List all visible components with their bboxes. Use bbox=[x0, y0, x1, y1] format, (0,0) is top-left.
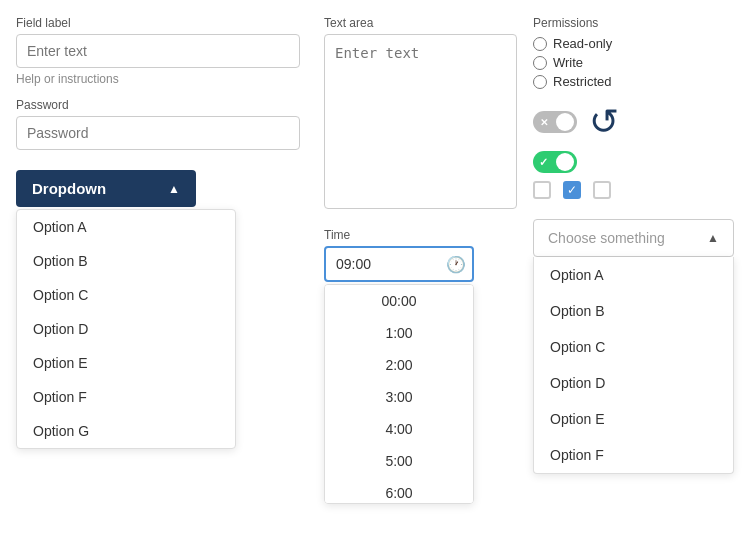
help-text: Help or instructions bbox=[16, 72, 300, 86]
time-dropdown: 00:00 1:00 2:00 3:00 4:00 5:00 6:00 bbox=[324, 284, 474, 504]
choose-dropdown-list: Option A Option B Option C Option D Opti… bbox=[533, 257, 734, 474]
radio-write-label: Write bbox=[553, 55, 583, 70]
time-option[interactable]: 2:00 bbox=[325, 349, 473, 381]
dropdown-button[interactable]: Dropdown ▲ bbox=[16, 170, 196, 207]
list-item[interactable]: Option C bbox=[17, 278, 235, 312]
radio-readonly-input[interactable] bbox=[533, 37, 547, 51]
list-item[interactable]: Option B bbox=[17, 244, 235, 278]
field-text-input[interactable] bbox=[16, 34, 300, 68]
time-input[interactable] bbox=[324, 246, 474, 282]
choose-dropdown-button[interactable]: Choose something ▲ bbox=[533, 219, 734, 257]
time-option[interactable]: 5:00 bbox=[325, 445, 473, 477]
password-input[interactable] bbox=[16, 116, 300, 150]
permissions-title: Permissions bbox=[533, 16, 734, 30]
list-item[interactable]: Option E bbox=[17, 346, 235, 380]
radio-restricted-label: Restricted bbox=[553, 74, 612, 89]
list-item[interactable]: Option F bbox=[17, 380, 235, 414]
toggle-on[interactable]: ✓ bbox=[533, 151, 577, 173]
time-label: Time bbox=[324, 228, 517, 242]
text-area-input[interactable] bbox=[324, 34, 517, 209]
radio-write[interactable]: Write bbox=[533, 55, 734, 70]
toggle-knob bbox=[556, 153, 574, 171]
choose-placeholder: Choose something bbox=[548, 230, 665, 246]
list-item[interactable]: Option B bbox=[534, 293, 733, 329]
dropdown-list: Option A Option B Option C Option D Opti… bbox=[16, 209, 236, 449]
toggle-off[interactable]: ✕ bbox=[533, 111, 577, 133]
list-item[interactable]: Option D bbox=[534, 365, 733, 401]
list-item[interactable]: Option D bbox=[17, 312, 235, 346]
list-item[interactable]: Option F bbox=[534, 437, 733, 473]
radio-write-input[interactable] bbox=[533, 56, 547, 70]
choose-section: Choose something ▲ Option A Option B Opt… bbox=[533, 219, 734, 474]
radio-group: Read-only Write Restricted bbox=[533, 36, 734, 89]
toggle-on-row: ✓ bbox=[533, 151, 734, 173]
x-icon: ✕ bbox=[540, 117, 548, 128]
checkbox-checked[interactable] bbox=[563, 181, 581, 199]
list-item[interactable]: Option C bbox=[534, 329, 733, 365]
column-1: Field label Help or instructions Passwor… bbox=[16, 16, 316, 544]
checkbox-row bbox=[533, 181, 734, 199]
time-option[interactable]: 3:00 bbox=[325, 381, 473, 413]
check-icon: ✓ bbox=[539, 156, 548, 169]
list-item[interactable]: Option A bbox=[534, 257, 733, 293]
chevron-up-icon: ▲ bbox=[168, 182, 180, 196]
undo-icon[interactable]: ↺ bbox=[589, 101, 619, 143]
chevron-up-icon: ▲ bbox=[707, 231, 719, 245]
textarea-label: Text area bbox=[324, 16, 517, 30]
time-option[interactable]: 6:00 bbox=[325, 477, 473, 504]
time-input-wrapper: 🕐 bbox=[324, 246, 474, 282]
radio-restricted[interactable]: Restricted bbox=[533, 74, 734, 89]
radio-readonly-label: Read-only bbox=[553, 36, 612, 51]
column-3: Permissions Read-only Write Restricted ✕ bbox=[525, 16, 734, 544]
time-section: Time 🕐 00:00 1:00 2:00 3:00 4:00 5:00 6:… bbox=[324, 228, 517, 504]
toggle-knob bbox=[556, 113, 574, 131]
column-2: Text area Time 🕐 00:00 1:00 2:00 3:00 4:… bbox=[316, 16, 525, 544]
list-item[interactable]: Option G bbox=[17, 414, 235, 448]
list-item[interactable]: Option E bbox=[534, 401, 733, 437]
dropdown-button-label: Dropdown bbox=[32, 180, 106, 197]
time-option[interactable]: 1:00 bbox=[325, 317, 473, 349]
field-label: Field label bbox=[16, 16, 300, 30]
radio-readonly[interactable]: Read-only bbox=[533, 36, 734, 51]
checkbox-unchecked-2[interactable] bbox=[593, 181, 611, 199]
list-item[interactable]: Option A bbox=[17, 210, 235, 244]
time-option[interactable]: 00:00 bbox=[325, 285, 473, 317]
controls-row: ✕ ↺ bbox=[533, 101, 734, 143]
time-option[interactable]: 4:00 bbox=[325, 413, 473, 445]
radio-restricted-input[interactable] bbox=[533, 75, 547, 89]
checkbox-unchecked-1[interactable] bbox=[533, 181, 551, 199]
password-label: Password bbox=[16, 98, 300, 112]
permissions-section: Permissions Read-only Write Restricted ✕ bbox=[533, 16, 734, 199]
